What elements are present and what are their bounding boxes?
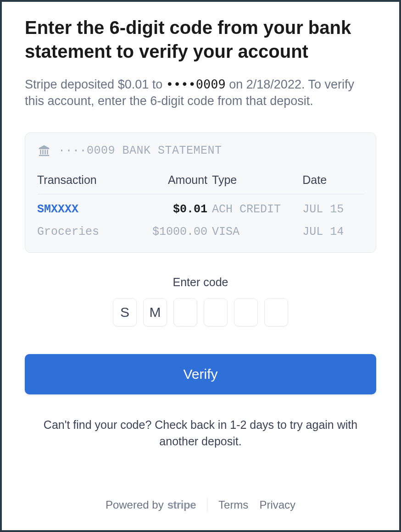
cell-amount: $0.01: [134, 203, 207, 216]
code-input-2[interactable]: [143, 298, 167, 327]
account-number-masked: ••••0009: [166, 77, 226, 91]
help-text: Can't find your code? Check back in 1-2 …: [25, 416, 376, 450]
verify-button[interactable]: Verify: [25, 354, 376, 394]
instruction-text: Stripe deposited $0.01 to ••••0009 on 2/…: [25, 76, 376, 110]
table-row: Groceries $1000.00 VISA JUL 14: [37, 221, 364, 243]
code-inputs: [25, 298, 376, 327]
subtitle-prefix: Stripe deposited $0.01 to: [25, 78, 166, 91]
bank-statement-card: ····0009 BANK STATEMENT Transaction Amou…: [25, 133, 376, 253]
cell-date: JUL 15: [302, 203, 364, 216]
code-input-5[interactable]: [234, 298, 258, 327]
privacy-link[interactable]: Privacy: [259, 499, 295, 511]
cell-transaction: SMXXXX: [37, 203, 129, 216]
code-entry-section: Enter code: [25, 276, 376, 327]
statement-table: Transaction Amount Type Date SMXXXX $0.0…: [37, 169, 364, 243]
cell-date: JUL 14: [302, 225, 364, 238]
code-input-3[interactable]: [173, 298, 197, 327]
col-header-date: Date: [302, 173, 364, 187]
bank-icon: [37, 144, 51, 158]
code-input-6[interactable]: [264, 298, 288, 327]
table-header-row: Transaction Amount Type Date: [37, 169, 364, 194]
statement-header: ····0009 BANK STATEMENT: [37, 144, 364, 158]
col-header-type: Type: [212, 173, 298, 187]
cell-type: ACH CREDIT: [212, 203, 298, 216]
powered-by-label: Powered by: [106, 499, 164, 511]
code-input-4[interactable]: [204, 298, 228, 327]
page-title: Enter the 6-digit code from your bank st…: [25, 16, 376, 63]
statement-label: ····0009 BANK STATEMENT: [58, 144, 222, 157]
powered-by: Powered by stripe: [106, 499, 196, 511]
cell-type: VISA: [212, 225, 298, 238]
col-header-amount: Amount: [134, 173, 207, 187]
cell-amount: $1000.00: [134, 225, 207, 238]
col-header-transaction: Transaction: [37, 173, 129, 187]
stripe-logo: stripe: [167, 499, 196, 511]
code-input-1[interactable]: [113, 298, 137, 327]
footer-divider: [207, 498, 207, 512]
table-row: SMXXXX $0.01 ACH CREDIT JUL 15: [37, 198, 364, 221]
cell-transaction: Groceries: [37, 225, 129, 238]
terms-link[interactable]: Terms: [218, 499, 248, 511]
code-label: Enter code: [25, 276, 376, 289]
footer: Powered by stripe Terms Privacy: [25, 498, 376, 512]
